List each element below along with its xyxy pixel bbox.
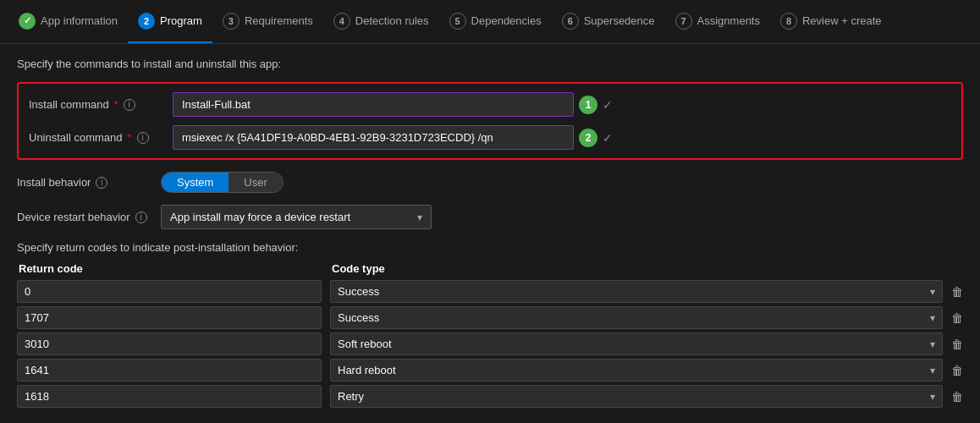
nav-step-detection-rules[interactable]: 4 Detection rules (323, 0, 439, 43)
code-type-dropdown[interactable]: Success ▾ (330, 306, 943, 329)
delete-row-icon[interactable]: 🗑 (951, 390, 963, 404)
table-row: Success ▾ 🗑 (17, 306, 963, 329)
uninstall-command-label: Uninstall command * i (29, 131, 164, 144)
delete-row-icon[interactable]: 🗑 (951, 285, 963, 299)
nav-step-label-7: Assignments (697, 14, 760, 27)
install-command-input[interactable] (173, 92, 574, 117)
code-type-dropdown[interactable]: Retry ▾ (330, 385, 943, 408)
code-type-arrow-icon: ▾ (930, 365, 935, 376)
step-circle-1: ✓ (19, 13, 36, 30)
nav-step-requirements[interactable]: 3 Requirements (212, 0, 323, 43)
nav-step-label-5: Dependencies (471, 14, 542, 27)
code-type-value: Success (338, 311, 379, 324)
table-row: Soft reboot ▾ 🗑 (17, 332, 963, 355)
nav-step-label-8: Review + create (802, 14, 882, 27)
uninstall-command-input[interactable] (173, 125, 574, 150)
code-type-arrow-icon: ▾ (930, 312, 935, 324)
return-code-input[interactable] (17, 385, 322, 408)
code-type-dropdown[interactable]: Hard reboot ▾ (330, 359, 943, 382)
install-behavior-info-icon[interactable]: i (96, 177, 107, 189)
device-restart-info-icon[interactable]: i (135, 212, 147, 223)
install-command-row: Install command * i 1 ✓ (29, 92, 951, 117)
col-return-code-header: Return code (19, 262, 323, 275)
install-info-icon[interactable]: i (124, 99, 135, 111)
step-circle-7: 7 (675, 13, 692, 30)
install-behavior-row: Install behavior i System User (17, 172, 963, 193)
step-circle-3: 3 (223, 13, 239, 30)
install-behavior-toggle[interactable]: System User (161, 172, 284, 193)
install-behavior-label: Install behavior i (17, 176, 152, 189)
nav-step-dependencies[interactable]: 5 Dependencies (439, 0, 552, 43)
code-type-dropdown[interactable]: Success ▾ (330, 280, 943, 303)
nav-step-review-create[interactable]: 8 Review + create (770, 0, 892, 43)
code-type-dropdown[interactable]: Soft reboot ▾ (330, 332, 943, 355)
return-code-input[interactable] (17, 359, 322, 382)
system-toggle-button[interactable]: System (162, 173, 228, 192)
code-type-arrow-icon: ▾ (930, 286, 935, 298)
delete-row-icon[interactable]: 🗑 (951, 311, 963, 325)
nav-step-program[interactable]: 2 Program (128, 0, 212, 43)
device-restart-arrow-icon: ▾ (417, 212, 422, 223)
code-type-value: Retry (338, 390, 364, 403)
install-badge: 1 (579, 96, 597, 114)
code-type-arrow-icon: ▾ (930, 391, 935, 403)
step-circle-2: 2 (138, 13, 155, 30)
code-type-value: Hard reboot (338, 364, 396, 376)
uninstall-check-icon[interactable]: ✓ (603, 131, 613, 145)
nav-step-label-6: Supersedence (584, 14, 655, 27)
step-circle-6: 6 (562, 13, 579, 30)
nav-step-assignments[interactable]: 7 Assignments (665, 0, 770, 43)
nav-step-label-3: Requirements (245, 14, 313, 27)
uninstall-command-row: Uninstall command * i 2 ✓ (29, 125, 951, 150)
install-required-star: * (114, 98, 118, 111)
commands-highlight-box: Install command * i 1 ✓ Uninstall comman… (17, 82, 963, 160)
uninstall-required-star: * (128, 131, 132, 144)
device-restart-row: Device restart behavior i App install ma… (17, 205, 963, 229)
specify-return-codes-label: Specify return codes to indicate post-in… (17, 241, 963, 254)
table-row: Retry ▾ 🗑 (17, 385, 963, 408)
table-row: Hard reboot ▾ 🗑 (17, 359, 963, 382)
return-code-input[interactable] (17, 280, 322, 303)
nav-step-app-information[interactable]: ✓ App information (8, 0, 128, 43)
install-command-label: Install command * i (29, 98, 164, 111)
return-codes-table-header: Return code Code type (17, 262, 963, 275)
device-restart-value: App install may force a device restart (170, 211, 350, 223)
specify-commands-label: Specify the commands to install and unin… (17, 58, 963, 70)
step-circle-4: 4 (333, 13, 350, 30)
return-code-input[interactable] (17, 332, 322, 355)
nav-step-label-4: Detection rules (355, 14, 429, 27)
nav-step-label-2: Program (160, 14, 202, 27)
device-restart-label: Device restart behavior i (17, 211, 152, 223)
col-code-type-header: Code type (332, 262, 961, 275)
code-type-arrow-icon: ▾ (930, 338, 935, 350)
install-command-input-wrap: 1 ✓ (173, 92, 613, 117)
uninstall-badge: 2 (579, 129, 597, 147)
install-check-icon[interactable]: ✓ (603, 98, 613, 112)
uninstall-command-input-wrap: 2 ✓ (173, 125, 613, 150)
main-content: Specify the commands to install and unin… (0, 44, 980, 423)
device-restart-dropdown[interactable]: App install may force a device restart ▾ (161, 205, 432, 229)
wizard-nav: ✓ App information 2 Program 3 Requiremen… (0, 0, 980, 44)
code-type-value: Success (338, 285, 379, 298)
return-codes-rows: Success ▾ 🗑 Success ▾ 🗑 Soft reboot ▾ 🗑 … (17, 280, 963, 408)
step-circle-8: 8 (780, 13, 797, 30)
step-circle-5: 5 (449, 13, 466, 30)
delete-row-icon[interactable]: 🗑 (951, 338, 963, 351)
user-toggle-button[interactable]: User (228, 173, 282, 192)
return-code-input[interactable] (17, 306, 322, 329)
uninstall-info-icon[interactable]: i (137, 132, 149, 144)
delete-row-icon[interactable]: 🗑 (951, 364, 963, 377)
nav-step-supersedence[interactable]: 6 Supersedence (552, 0, 665, 43)
table-row: Success ▾ 🗑 (17, 280, 963, 303)
nav-step-label-1: App information (41, 14, 118, 27)
code-type-value: Soft reboot (338, 338, 392, 350)
